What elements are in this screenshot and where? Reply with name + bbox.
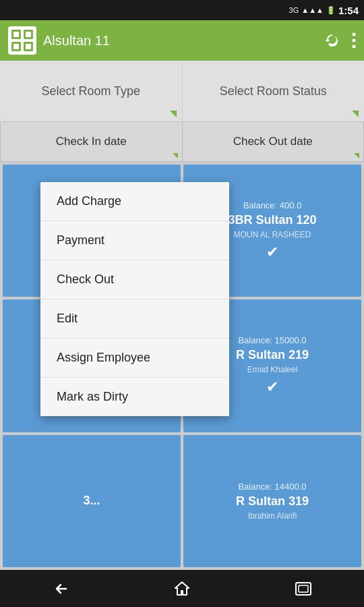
room-type-label: Select Room Type (41, 84, 140, 98)
check-out-date-button[interactable]: Check Out date (182, 121, 365, 162)
network-indicator: 3G (289, 6, 299, 14)
menu-assign-employee[interactable]: Assign Employee (40, 339, 229, 378)
recents-button[interactable] (286, 572, 320, 606)
room-status-label: Select Room Status (220, 84, 327, 98)
status-icons: 3G ▲▲▲ 🔋 (289, 6, 336, 15)
filter-bar: Select Room Type Select Room Status (0, 61, 364, 121)
date-bar: Check In date Check Out date (0, 121, 364, 162)
context-menu-overlay[interactable]: Add Charge Payment Check Out Edit Assign… (0, 162, 364, 570)
menu-check-out[interactable]: Check Out (40, 260, 229, 299)
app-title: Alsultan 11 (43, 33, 317, 49)
home-button[interactable] (165, 572, 199, 606)
status-time: 1:54 (338, 5, 359, 16)
svg-rect-5 (26, 32, 31, 37)
svg-point-10 (353, 45, 356, 49)
status-bar: 3G ▲▲▲ 🔋 1:54 (0, 0, 364, 20)
app-logo (8, 26, 36, 55)
context-menu: Add Charge Payment Check Out Edit Assign… (40, 182, 229, 416)
more-options-button[interactable] (352, 32, 356, 49)
check-in-date-button[interactable]: Check In date (0, 121, 182, 162)
check-out-arrow-icon (354, 153, 359, 158)
svg-point-9 (353, 39, 356, 42)
room-status-arrow-icon (352, 111, 359, 117)
menu-mark-dirty[interactable]: Mark as Dirty (40, 378, 229, 416)
svg-rect-7 (26, 44, 31, 49)
menu-add-charge[interactable]: Add Charge (40, 182, 229, 221)
check-in-arrow-icon (173, 153, 178, 158)
app-bar: Alsultan 11 (0, 20, 364, 61)
room-type-arrow-icon (170, 111, 177, 117)
bottom-nav (0, 570, 364, 607)
app-bar-actions (324, 32, 356, 49)
menu-payment[interactable]: Payment (40, 221, 229, 260)
back-button[interactable] (44, 572, 78, 606)
battery-icon: 🔋 (326, 6, 336, 15)
svg-rect-12 (299, 585, 308, 592)
svg-rect-4 (13, 32, 19, 37)
menu-edit[interactable]: Edit (40, 299, 229, 339)
check-out-label: Check Out date (233, 135, 313, 148)
refresh-button[interactable] (324, 32, 341, 49)
svg-point-8 (353, 33, 356, 36)
room-status-filter[interactable]: Select Room Status (183, 61, 365, 121)
room-grid: Balance: 2400.0 3BR Sultan 119 Balance: … (0, 162, 364, 570)
signal-icon: ▲▲▲ (301, 6, 324, 14)
svg-rect-6 (13, 44, 19, 49)
room-type-filter[interactable]: Select Room Type (0, 61, 183, 121)
check-in-label: Check In date (56, 135, 127, 148)
